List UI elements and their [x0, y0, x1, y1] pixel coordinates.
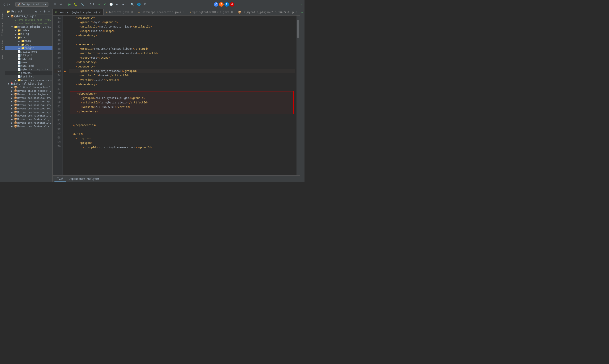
main-icon: 📁: [21, 39, 25, 43]
code-line-63: [69, 114, 295, 118]
line-num-42: 42: [55, 20, 61, 25]
tree-dlog[interactable]: ▶ 📁 d:log: [5, 32, 53, 36]
tab-spring[interactable]: ☕ SpringContextUtils.java ✕: [187, 9, 235, 15]
project-tab[interactable]: Project: [1, 10, 4, 21]
line-num-49: 49: [55, 51, 61, 55]
forward-btn[interactable]: ▷: [7, 2, 11, 6]
tree-classmate[interactable]: ▶ 📦 Maven: com.fasterxml.classmate:1.3.4: [5, 125, 53, 128]
gear-icon[interactable]: ⚙: [43, 10, 46, 13]
build-btn[interactable]: 🔧: [80, 2, 85, 6]
favorites-tab[interactable]: Favorites: [1, 38, 4, 52]
tab-datascope[interactable]: ☕ DataScopeInterceptor.java ✕: [136, 9, 188, 15]
maven-icon: 📦: [14, 121, 17, 124]
tab-snapshot[interactable]: 📦 lz_mybatis_plugin-2.0-SNAPSHOT.p ✕: [236, 9, 300, 15]
tree-idea[interactable]: ▶ 📁 .idea: [5, 29, 53, 32]
tree-mybatis-ext[interactable]: ▶ 📦 Maven: com.baomidou:mybatis-plus-ext…: [5, 110, 53, 114]
tree-jdk[interactable]: ▶ 📦 < 1.8 > /Library/Java/JavaVirtualMac…: [5, 85, 53, 89]
spring-close[interactable]: ✕: [231, 11, 233, 13]
web-tab[interactable]: Web: [1, 52, 4, 61]
tree-iml[interactable]: 📄 mybatis_plugin.iml: [5, 68, 53, 71]
tree-java-src[interactable]: J java sources root, ~/project/src/main/…: [5, 18, 53, 22]
tree-mybatis-plus[interactable]: ▶ 📦 Maven: com.baomidou:mybatis-plus:3.3…: [5, 96, 53, 100]
pom-tab-close[interactable]: ✕: [98, 11, 101, 14]
undo-btn[interactable]: ⟳: [53, 2, 57, 6]
git-commit-btn[interactable]: ✔: [97, 2, 102, 6]
tab-pom[interactable]: 🗎 pom.xml (mybatis_plugin) ✕: [53, 9, 104, 15]
datascope-close[interactable]: ✕: [182, 11, 185, 13]
tree-jackson-core[interactable]: ▶ 📦 Maven: com.fasterxml.jackson.core:ja…: [5, 117, 53, 121]
tree-ext-libs[interactable]: ▼ 📚 External Libraries: [5, 82, 53, 85]
tree-mybatis-core[interactable]: ▶ 📦 Maven: com.baomidou:mybatis-plus-cor…: [5, 107, 53, 110]
arrow-right-icon: ▶: [14, 79, 17, 81]
code-line-55: <version>1.18.4</version>: [69, 78, 295, 82]
line-num-45: 45: [55, 33, 61, 38]
tree-mybatis-plugin[interactable]: ▼ 📁 mybatis_plugin ~/project/mybatis_plu…: [5, 25, 53, 29]
code-line-56: </dependency>: [69, 82, 295, 87]
collapse-btn[interactable]: ≡: [39, 10, 42, 13]
redo-btn[interactable]: ↩: [59, 2, 63, 6]
code-editor[interactable]: 41 42 43 44 45 46 47 48 49 50 51 52 53 5…: [53, 15, 300, 175]
git-push-btn[interactable]: ✔: [103, 2, 107, 6]
git-file-icon: 📄: [17, 50, 21, 53]
java-test-label: java test sources root, ~/project/src/te…: [17, 22, 53, 25]
testinfo-close[interactable]: ✕: [131, 11, 134, 13]
maven-icon: 📦: [14, 114, 17, 117]
tree-jackson-ann[interactable]: ▶ 📦 Maven: com.fasterxml.jackson.core:ja…: [5, 114, 53, 117]
back-btn[interactable]: ◁: [2, 2, 6, 6]
tree-mybatis-boot[interactable]: ▶ 📦 Maven: com.baomidou:mybatis-plus-boo…: [5, 103, 53, 107]
folder-icon: 📦: [10, 15, 14, 18]
tree-root[interactable]: ▼ 📦 mybatis_plugin: [5, 14, 53, 18]
opera-icon[interactable]: O: [230, 2, 234, 7]
scrollbar[interactable]: [296, 15, 300, 175]
firefox-icon[interactable]: F: [219, 2, 224, 7]
search-btn[interactable]: 🔍: [130, 2, 135, 6]
chrome-icon[interactable]: C: [214, 2, 218, 7]
tree-mvnw[interactable]: 📄 mvnw: [5, 61, 53, 64]
spring-label: SpringContextUtils.java: [193, 11, 229, 14]
tab-text[interactable]: Text: [55, 176, 66, 182]
jackson-ann-label: Maven: com.fasterxml.jackson.core:jackso…: [17, 114, 53, 117]
tree-java-test[interactable]: J java test sources root, ~/project/src/…: [5, 22, 53, 25]
git-fetch-btn[interactable]: ↪: [121, 2, 125, 6]
tree-mvnwcmd[interactable]: 📄 mvnw.cmd: [5, 64, 53, 68]
text-tab-label: Text: [57, 177, 64, 180]
edge-icon[interactable]: E: [224, 2, 229, 7]
git-history-btn[interactable]: 🕐: [109, 2, 114, 6]
locate-btn[interactable]: ⊕: [34, 10, 38, 13]
tab-dependency-analyzer[interactable]: Dependency Analyzer: [66, 176, 102, 181]
tree-logback1[interactable]: ▶ 📦 Maven: ch.qos.logback:logback-classi…: [5, 89, 53, 92]
snapshot-close[interactable]: ✕: [295, 11, 298, 13]
tree-pom[interactable]: 🗎 pom.xml: [5, 71, 53, 75]
tree-test[interactable]: ▶ 📁 test: [5, 43, 53, 46]
minimize-btn[interactable]: ─: [47, 10, 51, 13]
git-revert-btn[interactable]: ↩: [115, 2, 119, 6]
app-dropdown[interactable]: 🚀 DocApplication ▼: [15, 2, 48, 7]
debug-btn[interactable]: 🐛: [73, 2, 78, 6]
run-btn[interactable]: ▶: [68, 2, 71, 6]
src-icon: 📁: [17, 36, 21, 39]
tree-mybatis-ann[interactable]: ▶ 📦 Maven: com.baomidou:mybatis-plus-ann…: [5, 100, 53, 103]
code-content[interactable]: <dependency> <groupId>mysql</groupId> <a…: [67, 15, 296, 175]
tree-logback2[interactable]: ▶ 📦 Maven: ch.qos.logback:logback-core:1…: [5, 92, 53, 96]
tree-jackson-db[interactable]: ▶ 📦 Maven: com.fasterxml.jackson.core:ja…: [5, 121, 53, 125]
line-num-60: 60: [55, 100, 61, 104]
arrow-right-icon: ▶: [10, 107, 14, 110]
tree-help[interactable]: 📄 HELP.md: [5, 57, 53, 61]
tree-pdf[interactable]: 📄 123.pdf: [5, 53, 53, 57]
translate-btn[interactable]: 🌐: [136, 2, 142, 6]
tree-gitignore[interactable]: 📄 .gitignore: [5, 50, 53, 53]
line-num-46: 46: [55, 38, 61, 42]
tab-testinfo[interactable]: ☕ TestInfo.java ✕: [104, 9, 136, 15]
tree-main[interactable]: ▶ 📁 main: [5, 39, 53, 43]
arrow-right-icon: ▶: [17, 43, 21, 46]
arrow-right-icon: ▶: [10, 90, 14, 92]
line-num-64: 64: [55, 118, 61, 122]
settings-btn[interactable]: ⚙: [143, 2, 147, 6]
tree-target[interactable]: ▶ 📁 target: [5, 46, 53, 50]
arrow-right-icon: ▶: [10, 86, 14, 89]
tree-testtxt[interactable]: 📄 test.txt: [5, 75, 53, 78]
tree-resources[interactable]: ▶ 📁 resources resources root, ~/project/…: [5, 78, 53, 82]
structure-tab[interactable]: Z: Structure: [1, 21, 4, 38]
line-num-41: 41: [55, 15, 61, 20]
tree-src[interactable]: ▼ 📁 src: [5, 36, 53, 39]
